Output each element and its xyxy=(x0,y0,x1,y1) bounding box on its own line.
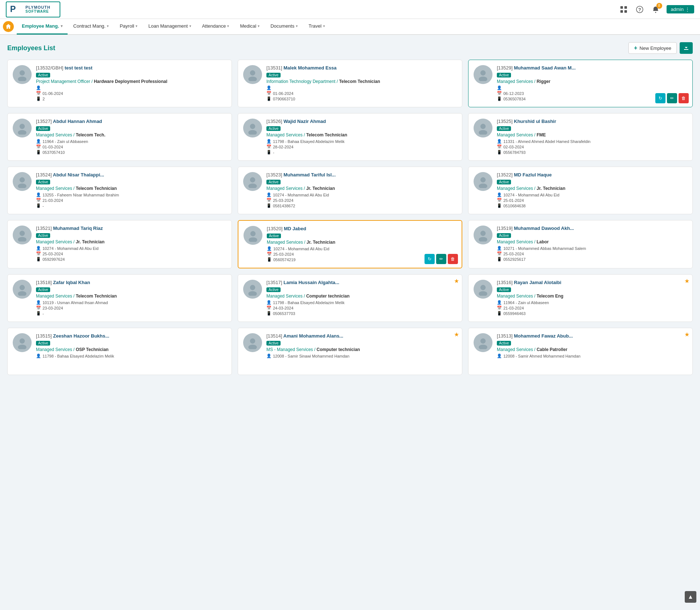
menu-item-loan[interactable]: Loan Management ▾ xyxy=(143,19,196,35)
logo-text: PLYMOUTH SOFTWARE xyxy=(25,5,51,13)
menu-item-travel[interactable]: Travel ▾ xyxy=(303,19,330,35)
svg-point-37 xyxy=(479,291,487,296)
card-body: [13527] Abdul Hannan Ahmad Active Manage… xyxy=(36,119,226,155)
menu-item-employee[interactable]: Employee Mang. ▾ xyxy=(17,19,68,35)
employee-card[interactable]: [13527] Abdul Hannan Ahmad Active Manage… xyxy=(7,113,232,161)
avatar xyxy=(243,172,262,191)
edit-button[interactable]: ✏ xyxy=(436,254,446,264)
employee-department: MS - Managed Services / Computer technic… xyxy=(266,347,457,352)
person-icon: 👤 xyxy=(497,246,502,251)
svg-point-34 xyxy=(250,285,255,290)
employee-card[interactable]: [13514] Amani Mohammed Alans... Active M… xyxy=(238,328,462,375)
employee-id: [13529] xyxy=(497,65,512,71)
new-employee-button[interactable]: + New Employee xyxy=(628,42,677,54)
employee-card[interactable]: [13516] Rayan Jamal Alotaibi Active Mana… xyxy=(468,274,693,322)
employee-card[interactable]: [13519] Muhammad Dawood Akh... Active Ma… xyxy=(468,220,693,268)
employee-name: [13520] MD Jabed xyxy=(267,226,456,231)
employee-id: [13519] xyxy=(497,226,512,231)
calendar-icon: 📅 xyxy=(36,198,41,203)
employee-manager: 👤 10271 - Mohammed Abbas Mohammad Salem xyxy=(497,246,687,251)
status-badge: Active xyxy=(497,73,511,77)
employee-card[interactable]: [13522] MD Fazlul Haque Active Managed S… xyxy=(468,167,693,214)
svg-point-27 xyxy=(18,237,26,242)
menu-item-contract[interactable]: Contract Mang. ▾ xyxy=(68,19,114,35)
employee-card[interactable]: [13525] Khurshid ul Bashir Active Manage… xyxy=(468,113,693,161)
card-body: [13518] Zafar Iqbal Khan Active Managed … xyxy=(36,280,226,316)
employee-phone: 📱 - xyxy=(36,311,226,316)
status-badge: Active xyxy=(266,73,281,77)
menu-item-attendance[interactable]: Attendance ▾ xyxy=(197,19,234,35)
employee-department: Information Technology Department / Tele… xyxy=(266,79,457,84)
export-button[interactable] xyxy=(680,42,693,54)
employee-department: Managed Services / Jr. Technician xyxy=(36,239,226,244)
menu-item-medical[interactable]: Medical ▾ xyxy=(235,19,265,35)
svg-point-12 xyxy=(480,70,486,75)
employee-card[interactable]: [13532/GBH] test test test Active Projec… xyxy=(7,60,232,107)
employee-card[interactable]: [13518] Zafar Iqbal Khan Active Managed … xyxy=(7,274,232,322)
calendar-icon: 📅 xyxy=(266,306,271,310)
employee-card[interactable]: [13515] Zeeshan Hazoor Bukhs... Active M… xyxy=(7,328,232,375)
chevron-down-icon: ▾ xyxy=(189,24,191,28)
svg-point-15 xyxy=(18,130,26,135)
menu-label-documents: Documents xyxy=(270,23,294,29)
avatar xyxy=(474,119,492,137)
svg-point-20 xyxy=(20,177,25,182)
grid-icon[interactable] xyxy=(619,4,629,15)
menu-label-attendance: Attendance xyxy=(202,23,226,29)
employee-card[interactable]: [13531] Malek Mohammed Essa Active Infor… xyxy=(238,60,462,107)
page-header: Employees List + New Employee xyxy=(7,42,693,54)
svg-point-32 xyxy=(20,285,25,290)
svg-rect-4 xyxy=(624,10,627,13)
employee-id: [13522] xyxy=(497,172,512,178)
employee-card[interactable]: [13529] Muhammad Saad Awan M... Active M… xyxy=(468,60,693,107)
employee-date: 📅 01-06-2024 xyxy=(266,91,457,96)
refresh-button[interactable]: ↻ xyxy=(425,254,435,264)
calendar-icon: 📅 xyxy=(497,198,502,203)
menu-item-payroll[interactable]: Payroll ▾ xyxy=(114,19,142,35)
employee-card[interactable]: [13513] Mohammed Fawaz Abub... Active Ma… xyxy=(468,328,693,375)
phone-icon: 📱 xyxy=(36,203,41,208)
chevron-down-icon: ▾ xyxy=(136,24,137,28)
employee-id: [13527] xyxy=(36,119,52,124)
logo-icon: P xyxy=(9,3,23,16)
admin-button[interactable]: admin ⋮ xyxy=(667,5,694,13)
admin-menu-icon: ⋮ xyxy=(685,7,690,12)
help-icon[interactable]: ? xyxy=(635,4,645,15)
svg-point-40 xyxy=(250,338,255,343)
svg-point-41 xyxy=(248,344,257,349)
employee-card[interactable]: [13526] Wajid Nazir Ahmad Active Managed… xyxy=(238,113,462,161)
employee-card[interactable]: [13520] MD Jabed Active Managed Services… xyxy=(238,220,462,268)
employee-id: [13521] xyxy=(36,226,52,231)
calendar-icon: 📅 xyxy=(266,144,271,149)
employee-department: Managed Services / Cable Patroller xyxy=(497,347,687,352)
employee-name: [13525] Khurshid ul Bashir xyxy=(497,119,687,124)
svg-point-18 xyxy=(480,124,486,129)
employee-name: [13513] Mohammed Fawaz Abub... xyxy=(497,333,687,339)
refresh-button[interactable]: ↻ xyxy=(655,93,665,103)
calendar-icon: 📅 xyxy=(497,91,502,96)
menu-item-documents[interactable]: Documents ▾ xyxy=(265,19,303,35)
phone-icon: 📱 xyxy=(36,150,41,155)
employee-id: [13523] xyxy=(266,172,282,178)
phone-icon: 📱 xyxy=(267,257,272,262)
phone-icon: 📱 xyxy=(266,203,271,208)
status-badge: Active xyxy=(36,180,50,184)
svg-text:?: ? xyxy=(638,7,641,12)
svg-point-29 xyxy=(249,237,257,242)
employee-name: [13523] Muhammad Tariful Isl... xyxy=(266,172,457,178)
bell-icon[interactable]: 8 xyxy=(651,4,661,15)
employee-date: 📅 24-03-2024 xyxy=(266,306,457,310)
svg-text:P: P xyxy=(10,4,16,14)
employee-card[interactable]: [13523] Muhammad Tariful Isl... Active M… xyxy=(238,167,462,214)
employee-name: [13521] Muhammad Tariq Riaz xyxy=(36,226,226,231)
home-button[interactable] xyxy=(3,21,14,32)
edit-button[interactable]: ✏ xyxy=(667,93,677,103)
employee-card[interactable]: [13521] Muhammad Tariq Riaz Active Manag… xyxy=(7,220,232,268)
phone-icon: 📱 xyxy=(497,203,502,208)
employee-card[interactable]: [13524] Abdul Nisar Thalappi... Active M… xyxy=(7,167,232,214)
employee-name: [13518] Zafar Iqbal Khan xyxy=(36,280,226,285)
employee-card[interactable]: [13517] Lamia Hussain Algahta... Active … xyxy=(238,274,462,322)
person-icon: 👤 xyxy=(266,354,271,358)
delete-button[interactable]: 🗑 xyxy=(679,93,689,103)
delete-button[interactable]: 🗑 xyxy=(448,254,458,264)
